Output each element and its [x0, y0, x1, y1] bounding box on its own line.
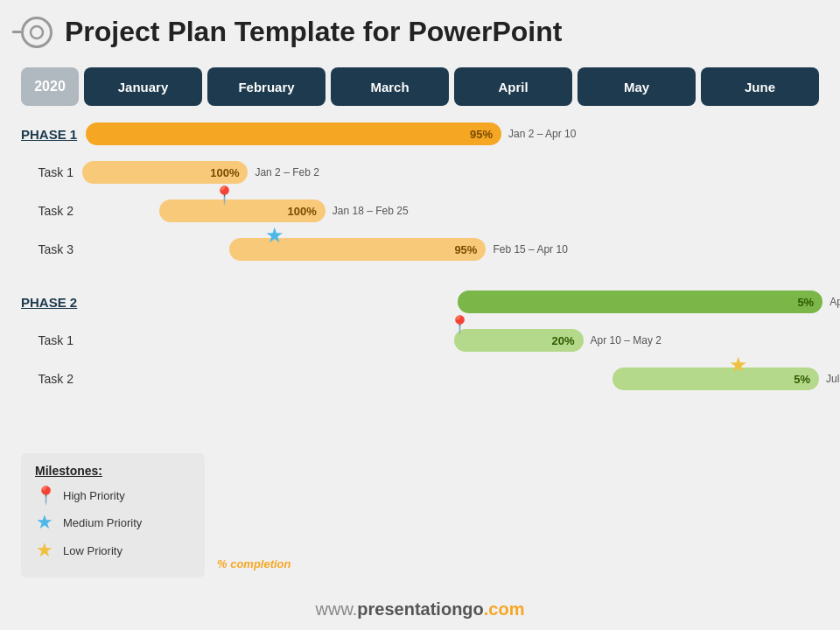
task-label-p1-t1: Task 1	[21, 165, 82, 179]
task-bar-container-p1-t3: 95%Feb 15 – Apr 10★	[82, 230, 819, 269]
month-march: March	[331, 67, 449, 106]
medium-priority-icon: ★	[35, 511, 54, 534]
task-bar-container-p2-t2: 5%Jul 20 – Jun 10★	[82, 360, 819, 398]
phase-bar-2: 5%	[458, 290, 822, 313]
month-june: June	[701, 67, 819, 106]
legend-low-priority: ★ Low Priority	[35, 539, 191, 562]
low-priority-icon: ★	[35, 539, 54, 562]
task-dates-p1-t3: Feb 15 – Apr 10	[493, 243, 567, 256]
month-january: January	[84, 67, 202, 106]
phase-row-1: PHASE 195%Jan 2 – Apr 10	[21, 115, 819, 153]
legend-high-priority: 📍 High Priority	[35, 485, 191, 506]
year-cell: 2020	[21, 67, 79, 106]
gantt-area: PHASE 195%Jan 2 – Apr 10Task 1100%Jan 2 …	[0, 115, 840, 398]
milestone-icon-p2-t1: 📍	[449, 314, 471, 335]
legend-title: Milestones:	[35, 464, 191, 478]
task-bar-p1-t1: 100%	[82, 161, 248, 184]
header: Project Plan Template for PowerPoint	[0, 0, 840, 57]
legend-low-label: Low Priority	[63, 544, 122, 557]
task-row-p1-t2: Task 2100%Jan 18 – Feb 25📍	[21, 192, 819, 230]
task-label-p2-t1: Task 1	[21, 333, 82, 347]
task-dates-p2-t2: Jul 20 – Jun 10	[826, 373, 840, 385]
phase-dates-2: Apr 10 – Jun 10	[830, 296, 840, 308]
timeline-header: 2020 January February March April May Ju…	[0, 67, 840, 106]
task-bar-container-p1-t2: 100%Jan 18 – Feb 25📍	[82, 192, 819, 230]
task-bar-container-p2-t1: 20%Apr 10 – May 2📍	[82, 321, 819, 360]
task-label-p2-t2: Task 2	[21, 372, 82, 386]
task-label-p1-t2: Task 2	[21, 204, 82, 218]
task-row-p1-t3: Task 395%Feb 15 – Apr 10★	[21, 230, 819, 269]
legend-medium-label: Medium Priority	[63, 516, 142, 529]
task-dates-p1-t2: Jan 18 – Feb 25	[332, 205, 409, 217]
high-priority-icon: 📍	[35, 485, 54, 506]
footer: www.presentationgo.com	[0, 599, 840, 620]
milestone-icon-p2-t2: ★	[729, 353, 748, 377]
task-dates-p2-t1: Apr 10 – May 2	[591, 334, 662, 346]
svg-point-0	[31, 26, 43, 38]
phase-bar-1: 95%	[86, 122, 501, 145]
phase-label-1: PHASE 1	[21, 127, 86, 142]
month-april: April	[454, 67, 572, 106]
milestone-icon-p1-t3: ★	[265, 223, 284, 248]
phase-bar-container-1: 95%Jan 2 – Apr 10	[86, 115, 819, 153]
month-february: February	[207, 67, 326, 106]
task-row-p2-t1: Task 120%Apr 10 – May 2📍	[21, 321, 819, 360]
footer-tld: .com	[484, 599, 525, 619]
task-label-p1-t3: Task 3	[21, 242, 82, 256]
task-row-p1-t1: Task 1100%Jan 2 – Feb 2	[21, 153, 819, 192]
month-may: May	[578, 67, 696, 106]
task-bar-container-p1-t1: 100%Jan 2 – Feb 2	[82, 153, 819, 192]
footer-brand: presentationgo	[357, 599, 483, 619]
milestone-icon-p1-t2: 📍	[214, 185, 235, 206]
header-icon	[21, 17, 52, 48]
task-bar-p2-t1: 20%	[454, 329, 583, 352]
legend-medium-priority: ★ Medium Priority	[35, 511, 191, 534]
percent-note: % completion	[217, 557, 291, 570]
phase-label-2: PHASE 2	[21, 295, 86, 310]
task-bar-p1-t2: 100%	[159, 200, 325, 222]
task-bar-p2-t2: 5%	[612, 368, 819, 390]
task-dates-p1-t1: Jan 2 – Feb 2	[255, 166, 318, 178]
legend-high-label: High Priority	[63, 489, 125, 502]
legend-box: Milestones: 📍 High Priority ★ Medium Pri…	[21, 453, 205, 578]
phase-row-2: PHASE 25%Apr 10 – Jun 10	[21, 283, 819, 321]
task-row-p2-t2: Task 25%Jul 20 – Jun 10★	[21, 360, 819, 398]
phase-dates-1: Jan 2 – Apr 10	[508, 128, 576, 140]
page-title: Project Plan Template for PowerPoint	[65, 16, 562, 48]
